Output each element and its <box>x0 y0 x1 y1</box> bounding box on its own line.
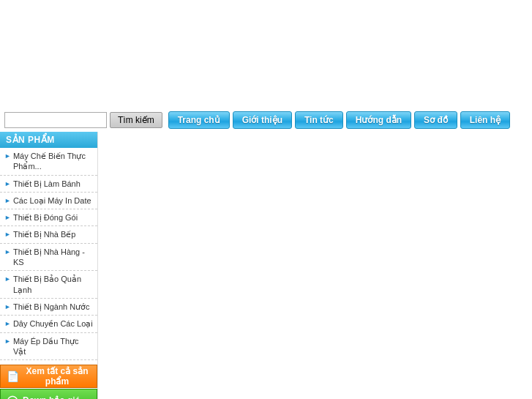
arrow-icon: ► <box>4 275 11 284</box>
content-area <box>98 132 532 399</box>
list-item[interactable]: ► Máy Ép Dầu Thực Vật <box>0 333 97 361</box>
arrow-icon: ► <box>4 338 11 346</box>
arrow-icon: ► <box>4 180 11 189</box>
xem-tat-ca-button[interactable]: 📄 Xem tất cả sản phẩm <box>0 365 97 388</box>
list-item[interactable]: ► Thiết Bị Làm Bánh <box>0 176 97 193</box>
top-space <box>0 0 532 108</box>
nav-bar: Tìm kiếm Trang chủ Giới thiệu Tin tức Hư… <box>0 108 532 132</box>
sidebar: SẢN PHẨM ► Máy Chế Biến Thực Phẩm... ► T… <box>0 132 98 399</box>
nav-btn-lien-he[interactable]: Liên hệ <box>460 111 510 129</box>
list-item[interactable]: ► Thiết Bị Nhà Hàng - KS <box>0 244 97 272</box>
main-layout: SẢN PHẨM ► Máy Chế Biến Thực Phẩm... ► T… <box>0 132 532 399</box>
nav-btn-huong-dan[interactable]: Hướng dẫn <box>346 111 411 129</box>
nav-btn-tin-tuc[interactable]: Tin tức <box>295 111 343 129</box>
list-item[interactable]: ► Thiết Bị Bảo Quản Lạnh <box>0 271 97 299</box>
nav-btn-gioi-thieu[interactable]: Giới thiệu <box>233 111 292 129</box>
list-icon: 📄 <box>7 370 19 382</box>
arrow-icon: ► <box>4 320 11 329</box>
search-input[interactable] <box>4 112 107 128</box>
nav-buttons: Trang chủ Giới thiệu Tin tức Hướng dẫn S… <box>168 111 510 129</box>
down-bao-gia-button[interactable]: ◯ Down bảo giá <box>0 389 97 399</box>
nav-btn-so-do[interactable]: Sơ đồ <box>414 111 457 129</box>
list-item[interactable]: ► Các Loại Máy In Date <box>0 193 97 209</box>
nav-btn-trang-chu[interactable]: Trang chủ <box>168 111 230 129</box>
download-icon: ◯ <box>7 395 18 399</box>
arrow-icon: ► <box>4 214 11 223</box>
list-item[interactable]: ► Máy Chế Biến Thực Phẩm... <box>0 148 97 176</box>
arrow-icon: ► <box>4 303 11 312</box>
arrow-icon: ► <box>4 248 11 257</box>
arrow-icon: ► <box>4 231 11 239</box>
arrow-icon: ► <box>4 152 11 161</box>
list-item[interactable]: ► Thiết Bị Nhà Bếp <box>0 226 97 243</box>
search-button[interactable]: Tìm kiếm <box>110 112 162 128</box>
list-item[interactable]: ► Thiết Bị Đóng Gói <box>0 209 97 226</box>
san-pham-header: SẢN PHẨM <box>0 132 97 148</box>
arrow-icon: ► <box>4 197 11 206</box>
list-item[interactable]: ► Dây Chuyền Các Loại <box>0 316 97 332</box>
list-item[interactable]: ► Thiết Bị Ngành Nước <box>0 299 97 316</box>
